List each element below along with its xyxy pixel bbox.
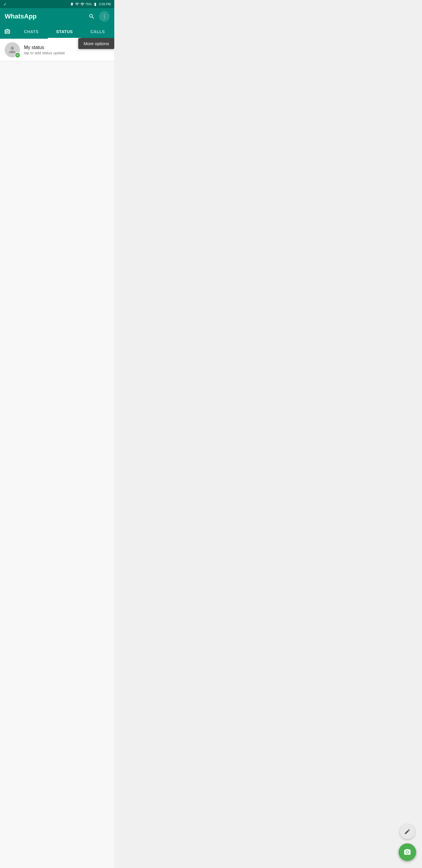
checkmark-icon: ✓ (3, 2, 7, 6)
my-status-subtitle: tap to add status update (24, 51, 65, 55)
camera-icon (4, 28, 10, 35)
status-bar-right: 75% 3:59 PM (70, 2, 111, 6)
tab-camera[interactable] (0, 25, 15, 39)
more-options-tooltip: More options (78, 38, 114, 49)
battery-level: 75% (85, 2, 92, 6)
tab-status[interactable]: STATUS (48, 25, 81, 39)
app-header: WhatsApp (0, 8, 114, 25)
search-icon (89, 13, 95, 20)
alarm-icon (70, 2, 74, 6)
signal-icon (80, 2, 84, 6)
status-text-container: My status tap to add status update (24, 45, 65, 55)
svg-point-2 (104, 18, 105, 19)
time-display: 3:59 PM (99, 2, 111, 6)
tab-chats[interactable]: CHATS (15, 25, 48, 39)
wifi-icon (75, 2, 79, 6)
vertical-dots-icon (101, 13, 107, 19)
svg-point-0 (104, 14, 105, 15)
battery-icon (93, 2, 98, 6)
main-content: My status tap to add status update (0, 39, 114, 868)
my-status-name: My status (24, 45, 65, 50)
status-bar-left: ✓ (3, 2, 7, 6)
plus-icon (16, 53, 19, 57)
add-status-button[interactable] (15, 52, 21, 58)
svg-point-1 (104, 16, 105, 17)
app-title: WhatsApp (5, 12, 37, 20)
tabs-bar: CHATS STATUS CALLS More options (0, 25, 114, 39)
status-bar: ✓ 75% 3:59 PM (0, 0, 114, 8)
more-options-button[interactable] (99, 11, 109, 22)
header-actions (87, 11, 109, 22)
avatar-container (5, 42, 20, 58)
tab-calls[interactable]: CALLS (81, 25, 114, 39)
search-button[interactable] (87, 11, 97, 22)
